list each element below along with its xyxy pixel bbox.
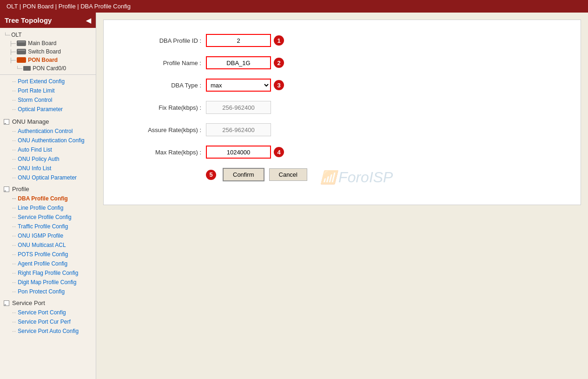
tree-item-olt[interactable]: └─ OLT <box>2 31 94 39</box>
badge-1: 1 <box>274 35 284 46</box>
tree-line-olt: └─ <box>4 33 10 38</box>
cancel-button[interactable]: Cancel <box>269 168 307 181</box>
badge-2: 2 <box>274 58 284 68</box>
row-max-rate: Max Rate(kbps) : 4 <box>113 146 571 159</box>
control-dba-type: max fix assure max+fix max+assure 3 <box>206 79 271 92</box>
menu-item-storm-control[interactable]: ··· Storm Control <box>4 95 92 105</box>
control-max-rate: 4 <box>206 146 271 159</box>
menu-label-storm: Storm Control <box>18 97 52 103</box>
menu-label-onu-multicast: ONU Multicast ACL <box>18 242 66 248</box>
row-assure-rate: Assure Rate(kbps) : <box>113 123 571 136</box>
section-onu-manage[interactable]: - ONU Manage <box>4 117 92 126</box>
row-dba-type: DBA Type : max fix assure max+fix max+as… <box>113 79 571 92</box>
input-assure-rate[interactable] <box>206 123 271 136</box>
section-profile[interactable]: - Profile <box>4 184 92 194</box>
menu-item-onu-optical[interactable]: ··· ONU Optical Parameter <box>4 173 92 182</box>
menu-label-dba-profile: DBA Profile Config <box>18 195 68 202</box>
menu-label-pon-protect: Pon Protect Config <box>18 288 65 295</box>
menu-item-service-port-cur-perf[interactable]: ··· Service Port Cur Perf <box>4 317 92 326</box>
pon-card-icon <box>23 66 31 71</box>
menu-item-onu-info-list[interactable]: ··· ONU Info List <box>4 164 92 173</box>
menu-item-onu-multicast-acl[interactable]: ··· ONU Multicast ACL <box>4 240 92 250</box>
menu-item-optical-parameter[interactable]: ··· Optical Parameter <box>4 105 92 114</box>
confirm-button[interactable]: Confirm <box>223 168 264 181</box>
input-max-rate[interactable] <box>206 146 271 159</box>
tree-item-switch-board[interactable]: ├─ Switch Board <box>2 47 94 56</box>
sidebar-title-text: Tree Topology <box>5 16 52 24</box>
menu-label-onu-igmp: ONU IGMP Profile <box>18 233 63 239</box>
menu-label-right-flag-profile: Right Flag Profile Config <box>18 270 78 276</box>
breadcrumb-bar: OLT | PON Board | Profile | DBA Profile … <box>0 0 588 13</box>
tree-line-card: └─ <box>16 66 22 71</box>
menu-item-pots-profile-config[interactable]: ··· POTS Profile Config <box>4 250 92 259</box>
main-content: DBA Profile ID : 1 Profile Name : 2 DBA … <box>96 13 588 379</box>
tree-line-switch: ├─ <box>9 49 16 54</box>
menu-item-port-extend-config[interactable]: ··· Port Extend Config <box>4 77 92 86</box>
main-board-label: Main Board <box>28 40 56 47</box>
main-board-icon <box>17 40 26 46</box>
sidebar-title: Tree Topology ◀ <box>0 13 96 28</box>
menu-item-service-profile-config[interactable]: ··· Service Profile Config <box>4 213 92 222</box>
menu-item-pon-protect-config[interactable]: ··· Pon Protect Config <box>4 287 92 296</box>
label-fix-rate: Fix Rate(kbps) : <box>113 104 206 111</box>
menu-item-port-rate-limit[interactable]: ··· Port Rate Limit <box>4 86 92 95</box>
menu-label-onu-optical: ONU Optical Parameter <box>18 174 77 181</box>
switch-board-label: Switch Board <box>28 48 61 55</box>
section-label-profile: Profile <box>12 186 29 193</box>
menu-item-right-flag-profile-config[interactable]: ··· Right Flag Profile Config <box>4 268 92 278</box>
control-fix-rate <box>206 101 271 114</box>
tree-line-pon: ├─ <box>9 58 16 63</box>
menu-label-pots-profile: POTS Profile Config <box>18 251 68 258</box>
menu-item-service-port-auto-config[interactable]: ··· Service Port Auto Config <box>4 326 92 336</box>
olt-label: OLT <box>11 32 21 38</box>
menu-label-service-profile: Service Profile Config <box>18 214 71 220</box>
badge-3: 3 <box>274 80 284 90</box>
tree-item-main-board[interactable]: ├─ Main Board <box>2 39 94 47</box>
row-fix-rate: Fix Rate(kbps) : <box>113 101 571 114</box>
input-profile-name[interactable] <box>206 56 271 69</box>
menu-item-agent-profile-config[interactable]: ··· Agent Profile Config <box>4 259 92 268</box>
menu-item-auth-control[interactable]: ··· Authentication Control <box>4 126 92 136</box>
sidebar-collapse-arrow[interactable]: ◀ <box>86 17 91 24</box>
label-assure-rate: Assure Rate(kbps) : <box>113 126 206 133</box>
menu-item-traffic-profile-config[interactable]: ··· Traffic Profile Config <box>4 222 92 231</box>
label-dba-type: DBA Type : <box>113 82 206 89</box>
menu-label-port-extend: Port Extend Config <box>18 78 65 85</box>
control-buttons: 5 Confirm Cancel <box>206 168 307 181</box>
menu-item-service-port-config[interactable]: ··· Service Port Config <box>4 308 92 317</box>
menu-item-onu-igmp-profile[interactable]: ··· ONU IGMP Profile <box>4 231 92 240</box>
tree-item-pon-board[interactable]: ├─ PON Board <box>2 56 94 64</box>
control-profile-name: 2 <box>206 56 271 69</box>
menu-item-onu-auth-config[interactable]: ··· ONU Authentication Config <box>4 136 92 145</box>
control-assure-rate <box>206 123 271 136</box>
pon-board-label: PON Board <box>28 57 58 63</box>
menu-label-onu-auth-config: ONU Authentication Config <box>18 137 84 144</box>
menu-item-digit-map-profile-config[interactable]: ··· Digit Map Profile Config <box>4 278 92 287</box>
menu-label-auto-find: Auto Find List <box>18 146 52 153</box>
pon-board-icon <box>17 57 26 63</box>
section-label-service-port: Service Port <box>12 299 45 306</box>
menu-label-onu-info: ONU Info List <box>18 165 51 172</box>
input-fix-rate[interactable] <box>206 101 271 114</box>
menu-label-port-rate: Port Rate Limit <box>18 87 54 94</box>
label-dba-profile-id: DBA Profile ID : <box>113 37 206 44</box>
input-dba-profile-id[interactable] <box>206 34 271 47</box>
section-service-port[interactable]: - Service Port <box>4 298 92 308</box>
badge-4: 4 <box>274 147 284 157</box>
bullet-storm: ··· <box>12 98 16 103</box>
label-max-rate: Max Rate(kbps) : <box>113 149 206 156</box>
bullet-optical: ··· <box>12 107 16 112</box>
tree-item-pon-card[interactable]: └─ PON Card0/0 <box>2 64 94 73</box>
breadcrumb-text: OLT | PON Board | Profile | DBA Profile … <box>7 3 131 10</box>
menu-item-line-profile-config[interactable]: ··· Line Profile Config <box>4 203 92 213</box>
row-profile-name: Profile Name : 2 <box>113 56 571 69</box>
menu-label-service-port-config: Service Port Config <box>18 309 66 316</box>
menu-item-dba-profile-config[interactable]: ··· DBA Profile Config <box>4 194 92 203</box>
sidebar: Tree Topology ◀ └─ OLT ├─ Main Board ├─ … <box>0 13 96 379</box>
select-dba-type[interactable]: max fix assure max+fix max+assure <box>206 79 271 92</box>
menu-item-auto-find[interactable]: ··· Auto Find List <box>4 145 92 154</box>
row-buttons: 5 Confirm Cancel <box>113 168 571 181</box>
dba-profile-config-form: DBA Profile ID : 1 Profile Name : 2 DBA … <box>103 20 581 205</box>
menu-item-onu-policy-auth[interactable]: ··· ONU Policy Auth <box>4 154 92 164</box>
sq-icon-onu: - <box>4 119 9 125</box>
